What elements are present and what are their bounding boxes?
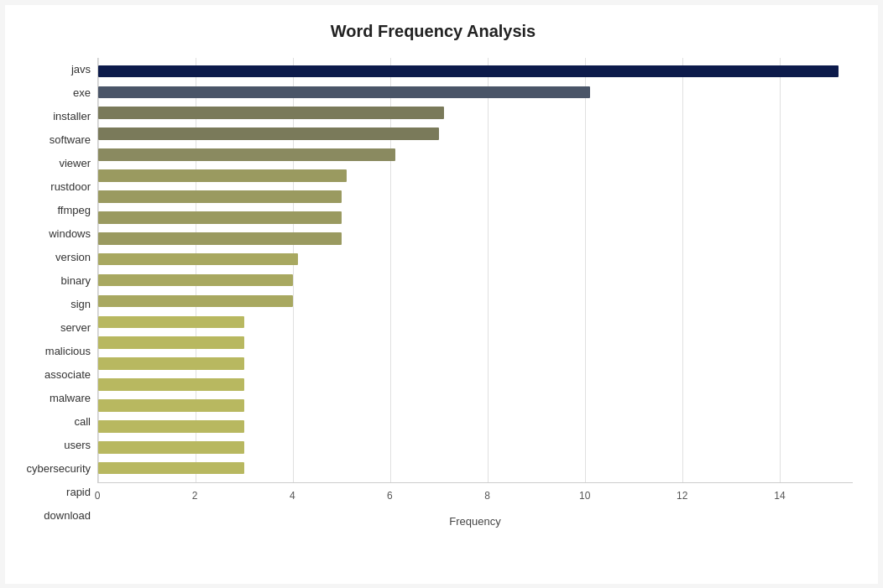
y-label: download bbox=[13, 510, 91, 521]
bar bbox=[98, 211, 342, 224]
y-label: javs bbox=[13, 64, 91, 75]
bar-row bbox=[98, 395, 853, 416]
bar-row bbox=[98, 249, 853, 270]
x-tick: 4 bbox=[290, 490, 295, 502]
y-label: server bbox=[13, 322, 91, 333]
chart-area: javsexeinstallersoftwareviewerrustdoorff… bbox=[13, 58, 853, 528]
bar-row bbox=[98, 353, 853, 374]
grid-and-bars bbox=[97, 58, 853, 483]
bar-row bbox=[98, 290, 853, 311]
bar-row bbox=[98, 186, 853, 207]
bar bbox=[98, 420, 244, 433]
bar-row bbox=[98, 165, 853, 186]
x-tick: 8 bbox=[484, 490, 490, 502]
bar bbox=[98, 86, 590, 99]
bar-row bbox=[98, 207, 853, 228]
bar-row bbox=[98, 270, 853, 291]
bar bbox=[98, 127, 439, 140]
x-tick: 14 bbox=[774, 490, 785, 502]
plot-area: 02468101214 Frequency bbox=[97, 58, 853, 528]
bar-row bbox=[98, 458, 853, 479]
y-label: binary bbox=[13, 275, 91, 286]
y-label: rustdoor bbox=[13, 181, 91, 192]
bar-row bbox=[98, 61, 853, 82]
bar bbox=[98, 190, 342, 203]
bar-row bbox=[98, 311, 853, 332]
y-label: call bbox=[13, 416, 91, 427]
bar-row bbox=[98, 374, 853, 395]
bar bbox=[98, 316, 244, 329]
bar bbox=[98, 295, 293, 308]
bar-row bbox=[98, 228, 853, 249]
y-label: version bbox=[13, 252, 91, 263]
bar bbox=[98, 169, 347, 182]
bar-row bbox=[98, 102, 853, 123]
bar bbox=[98, 462, 244, 475]
chart-title: Word Frequency Analysis bbox=[13, 22, 853, 41]
bar bbox=[98, 232, 342, 245]
bar bbox=[98, 274, 293, 287]
x-tick: 6 bbox=[387, 490, 393, 502]
bar bbox=[98, 65, 839, 78]
y-label: cybersecurity bbox=[13, 463, 91, 474]
bar bbox=[98, 253, 298, 266]
bar-row bbox=[98, 81, 853, 102]
bar-row bbox=[98, 144, 853, 165]
y-label: users bbox=[13, 440, 91, 450]
y-label: malicious bbox=[13, 346, 91, 356]
bars-wrapper bbox=[98, 58, 853, 482]
x-tick: 12 bbox=[677, 490, 687, 502]
y-label: installer bbox=[13, 111, 91, 122]
bar-row bbox=[98, 437, 853, 458]
bar-row bbox=[98, 332, 853, 353]
bar bbox=[98, 399, 244, 412]
bar bbox=[98, 378, 244, 391]
x-axis-labels: 02468101214 bbox=[97, 487, 853, 512]
y-label: associate bbox=[13, 369, 91, 380]
y-label: malware bbox=[13, 393, 91, 403]
y-label: rapid bbox=[13, 487, 91, 497]
x-tick: 0 bbox=[95, 490, 101, 502]
bar bbox=[98, 148, 395, 161]
y-axis: javsexeinstallersoftwareviewerrustdoorff… bbox=[13, 58, 97, 528]
bar bbox=[98, 441, 244, 454]
bar-row bbox=[98, 416, 853, 437]
y-label: software bbox=[13, 134, 91, 145]
bar bbox=[98, 107, 444, 119]
x-tick: 2 bbox=[192, 490, 198, 502]
bar bbox=[98, 336, 244, 349]
chart-container: Word Frequency Analysis javsexeinstaller… bbox=[5, 5, 878, 584]
y-label: windows bbox=[13, 228, 91, 239]
y-label: exe bbox=[13, 87, 91, 98]
y-label: sign bbox=[13, 299, 91, 310]
bar-row bbox=[98, 123, 853, 144]
x-axis-title: Frequency bbox=[97, 515, 853, 528]
bar bbox=[98, 357, 244, 370]
x-tick: 10 bbox=[579, 490, 590, 502]
y-label: viewer bbox=[13, 158, 91, 169]
y-label: ffmpeg bbox=[13, 205, 91, 216]
